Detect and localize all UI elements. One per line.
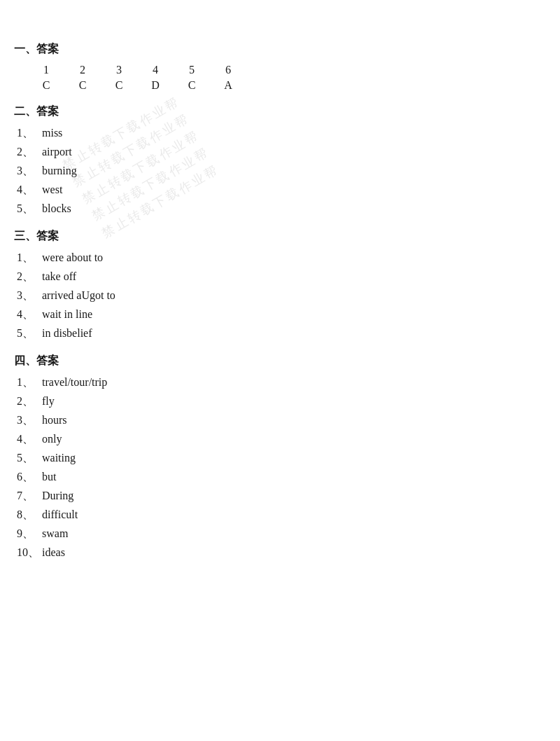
section-1-values: C C C D C A bbox=[28, 79, 546, 92]
section-1-numbers: 1 2 3 4 5 6 bbox=[28, 64, 546, 76]
val-1: C bbox=[28, 79, 64, 92]
item-val: difficult bbox=[42, 508, 78, 521]
item-num: 3、 bbox=[17, 289, 42, 303]
item-num: 2、 bbox=[17, 145, 42, 160]
list-item: 2、 airport bbox=[17, 145, 546, 160]
item-num: 8、 bbox=[17, 508, 42, 522]
val-6: A bbox=[210, 79, 246, 92]
section-2: 二、答案 1、 miss 2、 airport 3、 burning 4、 we… bbox=[14, 104, 546, 216]
item-num: 2、 bbox=[17, 394, 42, 409]
item-val: airport bbox=[42, 146, 72, 158]
item-num: 10、 bbox=[17, 546, 42, 560]
list-item: 6、 but bbox=[17, 470, 546, 485]
list-item: 9、 swam bbox=[17, 527, 546, 541]
item-val: west bbox=[42, 183, 62, 196]
item-num: 4、 bbox=[17, 307, 42, 322]
section-1-title: 一、答案 bbox=[14, 42, 546, 57]
num-1: 1 bbox=[28, 64, 64, 76]
section-3-title: 三、答案 bbox=[14, 229, 546, 244]
list-item: 1、 miss bbox=[17, 126, 546, 141]
item-val: swam bbox=[42, 527, 68, 540]
item-num: 4、 bbox=[17, 183, 42, 198]
item-val: miss bbox=[42, 127, 62, 139]
item-num: 5、 bbox=[17, 451, 42, 466]
list-item: 1、 travel/tour/trip bbox=[17, 375, 546, 390]
num-6: 6 bbox=[210, 64, 246, 76]
item-num: 5、 bbox=[17, 326, 42, 341]
section-4: 四、答案 1、 travel/tour/trip 2、 fly 3、 hours… bbox=[14, 354, 546, 560]
list-item: 5、 in disbelief bbox=[17, 326, 546, 341]
item-num: 1、 bbox=[17, 126, 42, 141]
list-item: 3、 hours bbox=[17, 413, 546, 428]
item-val: burning bbox=[42, 165, 77, 177]
item-num: 1、 bbox=[17, 251, 42, 265]
item-val: arrived aUgot to bbox=[42, 289, 115, 302]
item-val: fly bbox=[42, 395, 55, 408]
section-4-title: 四、答案 bbox=[14, 354, 546, 368]
item-val: only bbox=[42, 433, 62, 445]
item-num: 5、 bbox=[17, 202, 42, 216]
item-val: hours bbox=[42, 414, 67, 427]
list-item: 3、 burning bbox=[17, 164, 546, 179]
num-3: 3 bbox=[101, 64, 137, 76]
item-num: 7、 bbox=[17, 489, 42, 504]
item-val: take off bbox=[42, 270, 76, 283]
list-item: 3、 arrived aUgot to bbox=[17, 289, 546, 303]
list-item: 5、 waiting bbox=[17, 451, 546, 466]
section-3: 三、答案 1、 were about to 2、 take off 3、 arr… bbox=[14, 229, 546, 341]
list-item: 2、 take off bbox=[17, 270, 546, 284]
val-2: C bbox=[64, 79, 101, 92]
item-num: 6、 bbox=[17, 470, 42, 485]
num-5: 5 bbox=[174, 64, 210, 76]
item-val: waiting bbox=[42, 452, 76, 464]
item-num: 1、 bbox=[17, 375, 42, 390]
item-num: 4、 bbox=[17, 432, 42, 447]
list-item: 4、 west bbox=[17, 183, 546, 198]
list-item: 4、 wait in line bbox=[17, 307, 546, 322]
list-item: 5、 blocks bbox=[17, 202, 546, 216]
section-1: 一、答案 1 2 3 4 5 6 C C C D C A bbox=[14, 42, 546, 92]
item-num: 2、 bbox=[17, 270, 42, 284]
item-val: were about to bbox=[42, 251, 103, 264]
list-item: 2、 fly bbox=[17, 394, 546, 409]
list-item: 8、 difficult bbox=[17, 508, 546, 522]
num-2: 2 bbox=[64, 64, 101, 76]
val-5: C bbox=[174, 79, 210, 92]
list-item: 10、 ideas bbox=[17, 546, 546, 560]
num-4: 4 bbox=[137, 64, 174, 76]
item-val: During bbox=[42, 490, 74, 502]
item-val: in disbelief bbox=[42, 327, 92, 340]
list-item: 7、 During bbox=[17, 489, 546, 504]
list-item: 4、 only bbox=[17, 432, 546, 447]
item-val: ideas bbox=[42, 546, 65, 559]
val-3: C bbox=[101, 79, 137, 92]
section-2-title: 二、答案 bbox=[14, 104, 546, 119]
item-val: travel/tour/trip bbox=[42, 376, 107, 389]
item-num: 3、 bbox=[17, 164, 42, 179]
list-item: 1、 were about to bbox=[17, 251, 546, 265]
item-val: wait in line bbox=[42, 308, 92, 321]
item-val: blocks bbox=[42, 202, 71, 215]
val-4: D bbox=[137, 79, 174, 92]
item-val: but bbox=[42, 471, 56, 483]
item-num: 3、 bbox=[17, 413, 42, 428]
item-num: 9、 bbox=[17, 527, 42, 541]
